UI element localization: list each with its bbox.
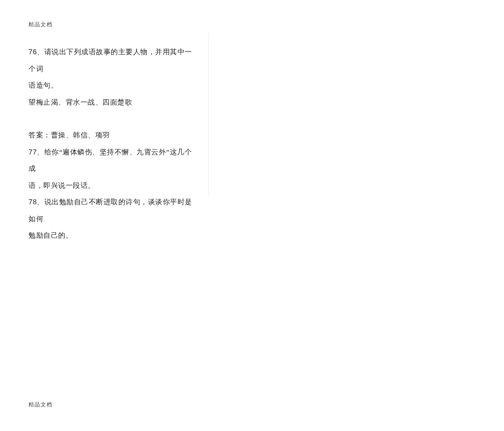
question-77-line1: 77、给你“遍体鳞伤、坚持不懈、九霄云外”这几个成 bbox=[28, 144, 198, 177]
footer-label: 精品文档 bbox=[28, 401, 53, 409]
question-77-text1: 、给你“遍体鳞伤、坚持不懈、九霄云外”这几个成 bbox=[28, 148, 192, 173]
question-77-line2: 语，即兴说一段话。 bbox=[28, 177, 198, 194]
answer-line: 答案：曹操、韩信、项羽 bbox=[28, 127, 198, 144]
question-78-line1: 78、说出勉励自己不断进取的诗句，谈谈你平时是如何 bbox=[28, 194, 198, 227]
question-76-text1: 、请说出下列成语故事的主要人物，并用其中一个词 bbox=[28, 48, 192, 73]
question-number-77: 77 bbox=[28, 148, 37, 156]
document-page: 精品文档 76、请说出下列成语故事的主要人物，并用其中一个词 语造句。 望梅止渴… bbox=[0, 0, 504, 431]
question-78-line2: 勉励自己的。 bbox=[28, 227, 198, 244]
column-divider bbox=[208, 33, 209, 197]
question-76-line1: 76、请说出下列成语故事的主要人物，并用其中一个词 bbox=[28, 44, 198, 77]
question-76-line2: 语造句。 bbox=[28, 77, 198, 94]
header-label: 精品文档 bbox=[28, 21, 53, 28]
content-column: 76、请说出下列成语故事的主要人物，并用其中一个词 语造句。 望梅止渴、背水一战… bbox=[28, 44, 198, 244]
question-number-76: 76 bbox=[28, 48, 37, 56]
question-number-78: 78 bbox=[28, 198, 37, 206]
question-78-text1: 、说出勉励自己不断进取的诗句，谈谈你平时是如何 bbox=[28, 198, 192, 223]
question-76-line3: 望梅止渴、背水一战、四面楚歌 bbox=[28, 94, 198, 111]
spacer bbox=[28, 111, 198, 127]
